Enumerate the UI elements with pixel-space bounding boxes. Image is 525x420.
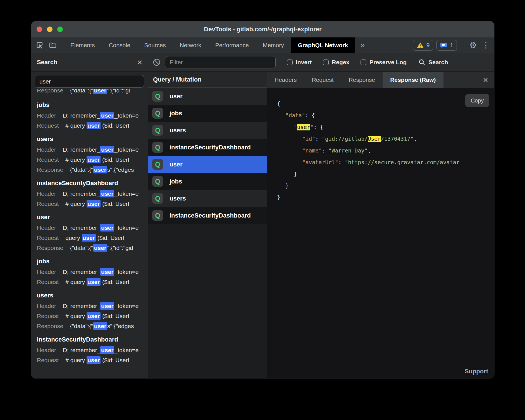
tab-console[interactable]: Console <box>102 37 137 53</box>
warning-triangle-icon <box>417 42 424 49</box>
close-detail-panel-icon[interactable]: × <box>483 72 488 88</box>
filter-search-button[interactable]: Search <box>418 59 448 66</box>
filter-input[interactable] <box>165 56 276 68</box>
result-line-text: {"data":{" <box>70 323 93 329</box>
result-line-text: {"data":{" <box>70 245 93 251</box>
tab-performance[interactable]: Performance <box>208 37 256 53</box>
message-bubble-icon <box>440 42 447 49</box>
traffic-lights <box>37 21 63 37</box>
json-line: } <box>277 180 494 192</box>
close-search-panel-icon[interactable]: × <box>137 58 142 67</box>
detail-tab-response[interactable]: Response <box>341 72 383 88</box>
devtools-tab-strip: ElementsConsoleSourcesNetworkPerformance… <box>63 37 355 53</box>
search-result-line[interactable]: HeaderD; remember_user_token=e <box>37 145 148 155</box>
detail-tab-strip: HeadersRequestResponseResponse (Raw) <box>267 72 443 88</box>
zoom-traffic-light[interactable] <box>57 27 63 32</box>
tab-network[interactable]: Network <box>173 37 208 53</box>
checkbox-invert[interactable]: Invert <box>287 59 312 66</box>
query-list-item[interactable]: QinstanceSecurityDashboard <box>148 139 267 156</box>
tab-graphql-network[interactable]: GraphQL Network <box>291 37 355 53</box>
devtools-tabbar: ElementsConsoleSourcesNetworkPerformance… <box>31 37 494 53</box>
search-result-line[interactable]: Request# query user ($id: UserI <box>37 121 148 131</box>
tab-elements[interactable]: Elements <box>63 37 102 53</box>
search-result-line[interactable]: Request# query user ($id: UserI <box>37 311 148 321</box>
detail-tabbar: HeadersRequestResponseResponse (Raw) × <box>267 72 494 88</box>
search-result-title[interactable]: users <box>37 133 148 145</box>
copy-button[interactable]: Copy <box>465 94 489 107</box>
search-result-line[interactable]: Request# query user ($id: UserI <box>37 155 148 165</box>
search-result-line[interactable]: HeaderD; remember_user_token=e <box>37 301 148 311</box>
detail-tab-response-raw[interactable]: Response (Raw) <box>383 72 443 88</box>
settings-gear-icon[interactable]: ⚙ <box>466 37 480 53</box>
search-result-line[interactable]: Request# query user ($id: UserI <box>37 277 148 287</box>
result-line-text: # query <box>65 122 87 129</box>
inspect-cursor-icon[interactable] <box>36 41 44 49</box>
search-result-title[interactable]: instanceSecurityDashboard <box>37 334 148 345</box>
result-line-text: # query <box>65 279 87 285</box>
detail-tab-request[interactable]: Request <box>304 72 341 88</box>
result-line-text: # query <box>65 313 87 319</box>
device-toolbar-icon[interactable] <box>49 41 57 49</box>
search-result-title[interactable]: instanceSecurityDashboard <box>37 178 148 189</box>
checkbox-preserve-log[interactable]: Preserve Log <box>361 59 407 66</box>
search-result-line[interactable]: Response{"data":{"users":{"edges <box>37 165 148 175</box>
tab-sources[interactable]: Sources <box>137 37 173 53</box>
more-tabs-chevron-icon[interactable]: » <box>355 37 370 53</box>
toolbar-icons <box>31 37 61 53</box>
search-result-line[interactable]: Request# query user ($id: UserI <box>37 199 148 209</box>
match-highlight: user <box>100 346 114 354</box>
search-result-line[interactable]: HeaderD; remember_user_token=e <box>37 189 148 199</box>
query-type-badge: Q <box>152 176 163 187</box>
query-list-item[interactable]: Qjobs <box>148 105 267 122</box>
search-input[interactable] <box>35 75 144 88</box>
search-result-line[interactable]: HeaderD; remember_user_token=e <box>37 267 148 277</box>
query-list-item[interactable]: Qusers <box>148 190 267 207</box>
result-line-text: ($id: UserI <box>101 357 129 363</box>
search-result-title[interactable]: jobs <box>37 256 148 267</box>
close-traffic-light[interactable] <box>37 27 42 32</box>
search-result-line[interactable]: Request# query user ($id: UserI <box>37 355 148 365</box>
search-result-line-clipped[interactable]: Response{"data":{"user":{"id":"gi <box>37 89 148 97</box>
minimize-traffic-light[interactable] <box>47 27 52 32</box>
json-token: "Warren Day" <box>328 147 368 154</box>
search-result-line[interactable]: Response{"data":{"users":{"edges <box>37 321 148 331</box>
checkbox-regex[interactable]: Regex <box>323 59 349 66</box>
checkbox-box[interactable] <box>323 59 329 65</box>
match-highlight: user <box>87 312 101 320</box>
query-list-item[interactable]: Qjobs <box>148 173 267 190</box>
query-list-item[interactable]: QinstanceSecurityDashboard <box>148 207 267 224</box>
search-result-title[interactable]: users <box>37 290 148 301</box>
match-highlight: user <box>87 356 101 364</box>
detail-tab-headers[interactable]: Headers <box>267 72 304 88</box>
checkbox-box[interactable] <box>287 59 293 65</box>
result-line-label: Header <box>37 303 56 309</box>
query-list-item-selected[interactable]: Quser <box>148 156 267 173</box>
search-result-title[interactable]: user <box>37 212 148 223</box>
json-token: , <box>414 136 417 142</box>
kebab-menu-icon[interactable]: ⋮ <box>480 37 494 53</box>
search-result-line[interactable]: Response{"data":{"user":{"id":"gid <box>37 243 148 253</box>
result-line-label: Header <box>37 269 56 275</box>
result-line-label: Header <box>37 112 56 119</box>
clear-filter-icon[interactable] <box>153 58 161 66</box>
search-result-title[interactable]: jobs <box>37 99 148 111</box>
tab-memory[interactable]: Memory <box>256 37 291 53</box>
search-panel: Response{"data":{"user":{"id":"gijobsHea… <box>31 72 148 378</box>
console-warnings-badge[interactable]: 9 <box>413 40 433 51</box>
result-line-label: Request <box>37 235 59 241</box>
search-result-line[interactable]: HeaderD; remember_user_token=e <box>37 223 148 233</box>
search-result-line[interactable]: HeaderD; remember_user_token=e <box>37 111 148 121</box>
query-list-item[interactable]: Quser <box>148 88 267 105</box>
result-line-label: Request <box>37 156 59 163</box>
result-line-text: _token=e <box>114 112 139 119</box>
result-line-text: # query <box>65 201 87 207</box>
search-result-line[interactable]: Requestquery user ($id: UserI <box>37 233 148 243</box>
search-result-line[interactable]: HeaderD; remember_user_token=e <box>37 345 148 355</box>
json-token: "name" <box>302 147 322 154</box>
query-type-badge: Q <box>152 210 163 221</box>
checkbox-box[interactable] <box>361 59 366 65</box>
console-messages-badge[interactable]: 1 <box>436 40 457 51</box>
query-type-badge: Q <box>152 193 163 204</box>
query-list-item[interactable]: Qusers <box>148 122 267 139</box>
support-link[interactable]: Support <box>465 368 488 375</box>
